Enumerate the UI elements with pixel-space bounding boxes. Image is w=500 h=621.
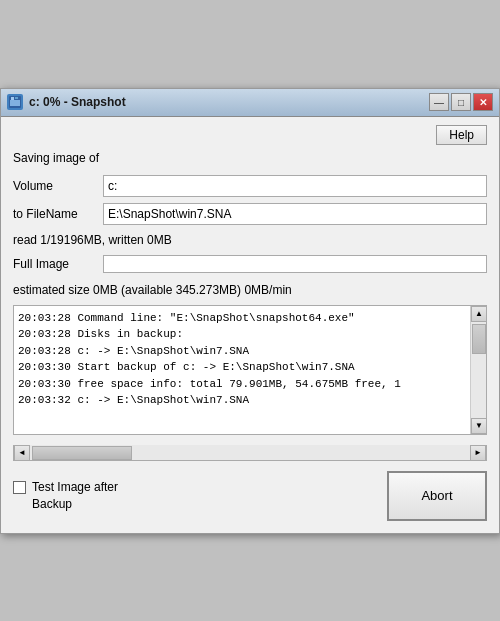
- help-row: Help: [13, 125, 487, 145]
- main-window: c: 0% - Snapshot — □ ✕ Help Saving image…: [0, 88, 500, 534]
- checkbox-label-line2: Backup: [32, 496, 118, 513]
- checkbox-area: Test Image after Backup: [13, 479, 387, 513]
- maximize-button[interactable]: □: [451, 93, 471, 111]
- saving-label: Saving image of: [13, 151, 487, 165]
- scroll-right-button[interactable]: ►: [470, 445, 486, 461]
- log-line: 20:03:30 free space info: total 79.901MB…: [18, 376, 466, 393]
- window-controls: — □ ✕: [429, 93, 493, 111]
- scroll-up-button[interactable]: ▲: [471, 306, 487, 322]
- filename-input[interactable]: [103, 203, 487, 225]
- abort-button[interactable]: Abort: [387, 471, 487, 521]
- test-image-checkbox[interactable]: [13, 481, 26, 494]
- checkbox-label: Test Image after Backup: [32, 479, 118, 513]
- horizontal-scrollbar[interactable]: ◄ ►: [13, 445, 487, 461]
- progress-label: Full Image: [13, 257, 103, 271]
- hscroll-track[interactable]: [30, 445, 470, 460]
- progress-row: Full Image: [13, 255, 487, 273]
- vertical-scrollbar[interactable]: ▲ ▼: [470, 306, 486, 434]
- filename-label: to FileName: [13, 207, 103, 221]
- log-container[interactable]: 20:03:28 Command line: "E:\SnapShot\snap…: [13, 305, 487, 435]
- log-line: 20:03:28 Disks in backup:: [18, 326, 466, 343]
- minimize-button[interactable]: —: [429, 93, 449, 111]
- window-body: Help Saving image of Volume to FileName …: [1, 117, 499, 533]
- log-line: 20:03:30 Start backup of c: -> E:\SnapSh…: [18, 359, 466, 376]
- log-text: 20:03:28 Command line: "E:\SnapShot\snap…: [14, 306, 470, 434]
- scroll-track[interactable]: [471, 322, 486, 418]
- bottom-row: Test Image after Backup Abort: [13, 471, 487, 521]
- log-line: 20:03:28 Command line: "E:\SnapShot\snap…: [18, 310, 466, 327]
- volume-row: Volume: [13, 175, 487, 197]
- log-line: 20:03:28 c: -> E:\SnapShot\win7.SNA: [18, 343, 466, 360]
- scroll-down-button[interactable]: ▼: [471, 418, 487, 434]
- volume-label: Volume: [13, 179, 103, 193]
- svg-rect-2: [11, 97, 14, 100]
- log-line: 20:03:32 c: -> E:\SnapShot\win7.SNA: [18, 392, 466, 409]
- estimated-size: estimated size 0MB (available 345.273MB)…: [13, 283, 487, 297]
- scroll-thumb[interactable]: [472, 324, 486, 354]
- scroll-left-button[interactable]: ◄: [14, 445, 30, 461]
- checkbox-label-line1: Test Image after: [32, 479, 118, 496]
- filename-row: to FileName: [13, 203, 487, 225]
- svg-rect-3: [15, 97, 18, 99]
- svg-rect-1: [10, 100, 20, 106]
- hscroll-thumb[interactable]: [32, 446, 132, 460]
- volume-input[interactable]: [103, 175, 487, 197]
- progress-bar-container: [103, 255, 487, 273]
- help-button[interactable]: Help: [436, 125, 487, 145]
- title-bar: c: 0% - Snapshot — □ ✕: [1, 89, 499, 117]
- read-written-status: read 1/19196MB, written 0MB: [13, 233, 487, 247]
- close-button[interactable]: ✕: [473, 93, 493, 111]
- window-title: c: 0% - Snapshot: [29, 95, 429, 109]
- app-icon: [7, 94, 23, 110]
